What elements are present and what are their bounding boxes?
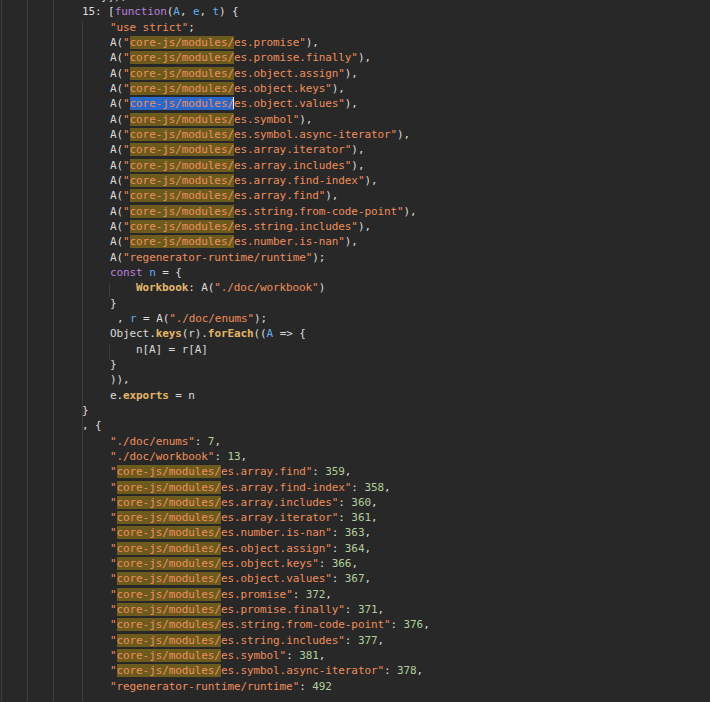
code-line: A("core-js/modules/es.array.includes"), bbox=[0, 158, 710, 173]
code-token: : bbox=[351, 481, 364, 494]
code-token: ), bbox=[332, 82, 345, 95]
code-token: = n bbox=[169, 389, 195, 402]
code-token: 360 bbox=[351, 496, 371, 509]
search-match: core-js/modules/ bbox=[130, 36, 234, 49]
code-token: 366 bbox=[332, 557, 352, 570]
code-line: Object.keys(r).forEach((A => { bbox=[0, 326, 710, 341]
code-token: A( bbox=[110, 174, 123, 187]
code-token: 367 bbox=[345, 572, 365, 585]
code-token: Object. bbox=[110, 327, 156, 340]
search-match: core-js/modules/ bbox=[117, 649, 221, 662]
code-token: (r). bbox=[182, 327, 208, 340]
search-match: core-js/modules/ bbox=[117, 465, 221, 478]
code-token: 492 bbox=[312, 680, 332, 693]
code-line: "core-js/modules/es.symbol.async-iterato… bbox=[0, 663, 710, 678]
code-token: : A( bbox=[188, 281, 214, 294]
code-token: const bbox=[110, 266, 143, 279]
search-match: core-js/modules/ bbox=[130, 143, 234, 156]
code-token: 372 bbox=[306, 588, 326, 601]
code-token: A( bbox=[110, 189, 123, 202]
code-line: A("core-js/modules/es.string.from-code-p… bbox=[0, 204, 710, 219]
code-token: " bbox=[123, 113, 130, 126]
code-token: ), bbox=[358, 220, 371, 233]
code-token: es.array.find" bbox=[221, 465, 312, 478]
search-match: core-js/modules/ bbox=[117, 511, 221, 524]
code-line: A("core-js/modules/es.object.values"), bbox=[0, 96, 710, 111]
code-line: , r = A("./doc/enums"); bbox=[0, 311, 710, 326]
code-token: 358 bbox=[364, 481, 384, 494]
code-line: A("core-js/modules/es.symbol"), bbox=[0, 112, 710, 127]
code-token: 381 bbox=[299, 649, 319, 662]
code-line: "core-js/modules/es.object.values": 367, bbox=[0, 571, 710, 586]
code-token: " bbox=[110, 511, 117, 524]
search-match: core-js/modules/ bbox=[130, 51, 234, 64]
code-line: A("core-js/modules/es.object.keys"), bbox=[0, 81, 710, 96]
code-token: es.array.find-index" bbox=[234, 174, 364, 187]
search-match: core-js/modules/ bbox=[130, 235, 234, 248]
code-token: , bbox=[214, 435, 221, 448]
code-token: ), bbox=[397, 128, 410, 141]
code-token: : bbox=[384, 664, 397, 677]
code-token: "use strict" bbox=[110, 21, 188, 34]
search-match: core-js/modules/ bbox=[117, 664, 221, 677]
search-match: core-js/modules/ bbox=[117, 481, 221, 494]
code-token: ); bbox=[312, 251, 325, 264]
code-token: 371 bbox=[358, 603, 378, 616]
code-token: , bbox=[364, 526, 371, 539]
code-token: ) { bbox=[219, 5, 239, 18]
code-token: : bbox=[332, 572, 345, 585]
code-line: A("core-js/modules/es.array.find-index")… bbox=[0, 173, 710, 188]
code-token: ), bbox=[345, 67, 358, 80]
code-token: " bbox=[123, 67, 130, 80]
code-token: es.array.includes" bbox=[234, 159, 351, 172]
search-match: core-js/modules/ bbox=[117, 588, 221, 601]
code-token: , bbox=[325, 588, 332, 601]
code-token: ), bbox=[306, 36, 319, 49]
code-line: A("core-js/modules/es.promise.finally"), bbox=[0, 50, 710, 65]
code-token: " bbox=[110, 664, 117, 677]
code-token: " bbox=[123, 159, 130, 172]
code-token: 15: [ bbox=[82, 5, 115, 18]
code-token: " bbox=[123, 220, 130, 233]
source-code-editor[interactable]: }]),15: [function(A, e, t) {"use strict"… bbox=[0, 0, 710, 702]
code-token: "./doc/workbook" bbox=[214, 281, 318, 294]
search-match: core-js/modules/ bbox=[130, 174, 234, 187]
code-token: A( bbox=[110, 220, 123, 233]
code-token: exports bbox=[123, 389, 169, 402]
code-token: " bbox=[123, 51, 130, 64]
code-token: es.symbol.async-iterator" bbox=[221, 664, 384, 677]
code-token: 361 bbox=[351, 511, 371, 524]
code-token: es.string.from-code-point" bbox=[234, 205, 404, 218]
code-line: "core-js/modules/es.string.includes": 37… bbox=[0, 633, 710, 648]
code-token: ), bbox=[299, 113, 312, 126]
code-token: es.array.find" bbox=[234, 189, 325, 202]
code-token: es.object.assign" bbox=[221, 542, 332, 555]
code-line: "core-js/modules/es.promise.finally": 37… bbox=[0, 602, 710, 617]
code-token: , bbox=[371, 496, 378, 509]
code-line: "core-js/modules/es.array.find": 359, bbox=[0, 464, 710, 479]
code-token: => { bbox=[273, 327, 306, 340]
code-token: : bbox=[293, 588, 306, 601]
code-token: "regenerator-runtime/runtime" bbox=[123, 251, 312, 264]
code-token: function bbox=[115, 5, 167, 18]
code-line: A("core-js/modules/es.string.includes"), bbox=[0, 219, 710, 234]
code-token: " bbox=[110, 496, 117, 509]
code-line: A("core-js/modules/es.object.assign"), bbox=[0, 66, 710, 81]
code-token: es.number.is-nan" bbox=[234, 235, 345, 248]
code-token: A( bbox=[110, 143, 123, 156]
code-token: es.object.keys" bbox=[221, 557, 319, 570]
code-line: "core-js/modules/es.string.from-code-poi… bbox=[0, 617, 710, 632]
code-token: n[A] = r[A] bbox=[136, 343, 208, 356]
code-token: (( bbox=[254, 327, 267, 340]
code-token: es.array.find-index" bbox=[221, 481, 351, 494]
code-token: 377 bbox=[358, 634, 378, 647]
code-token: " bbox=[110, 481, 117, 494]
code-token: A( bbox=[110, 235, 123, 248]
selected-search-match: core-js/modules/ bbox=[130, 97, 234, 110]
code-token: es.object.values" bbox=[221, 572, 332, 585]
code-token: " bbox=[123, 174, 130, 187]
code-line: A("regenerator-runtime/runtime"); bbox=[0, 250, 710, 265]
code-token: " bbox=[110, 465, 117, 478]
search-match: core-js/modules/ bbox=[117, 542, 221, 555]
code-token: : bbox=[345, 634, 358, 647]
